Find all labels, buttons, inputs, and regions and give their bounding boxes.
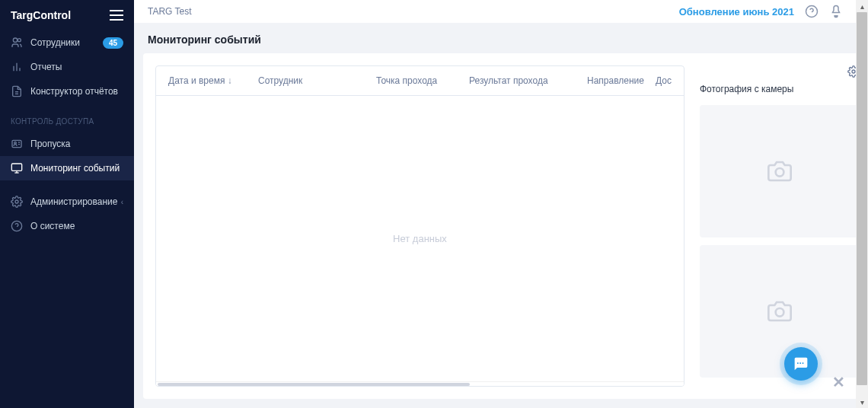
camera-icon (764, 159, 795, 183)
camera-placeholder-1 (700, 105, 860, 237)
badge-count: 45 (103, 37, 123, 49)
svg-point-8 (14, 142, 17, 144)
scrollbar-thumb[interactable] (857, 12, 867, 385)
sidebar-item-report-builder[interactable]: Конструктор отчётов (0, 79, 134, 104)
table-h-scrollbar[interactable] (156, 381, 684, 386)
table-header: Дата и время Сотрудник Точка прохода Рез… (156, 66, 684, 96)
sidebar-item-employees[interactable]: Сотрудники 45 (0, 30, 134, 55)
svg-point-20 (852, 70, 855, 73)
sidebar-item-label: Отчеты (30, 62, 62, 72)
svg-point-1 (18, 39, 21, 42)
svg-point-14 (15, 200, 18, 203)
help-circle-icon[interactable] (805, 5, 819, 18)
workspace-title: TARG Test (148, 6, 192, 17)
sidebar-section-access: КОНТРОЛЬ ДОСТУПА (0, 104, 134, 132)
chevron-left-icon: ‹ (121, 198, 123, 206)
scroll-down-icon[interactable]: ▾ (856, 396, 868, 408)
help-icon (11, 220, 23, 232)
page-title: Мониторинг событий (134, 23, 868, 53)
bar-chart-icon (11, 61, 23, 73)
file-icon (11, 85, 23, 97)
sidebar-item-label: О системе (30, 221, 75, 231)
sidebar-item-label: Конструктор отчётов (30, 86, 118, 97)
browser-scrollbar[interactable]: ▴ ▾ (856, 0, 868, 408)
sidebar-header: TargControl (0, 0, 134, 30)
users-icon (11, 37, 23, 49)
content-card: Дата и время Сотрудник Точка прохода Рез… (143, 53, 868, 399)
svg-point-22 (776, 308, 784, 317)
logo[interactable]: TargControl (11, 9, 71, 21)
gear-icon (11, 196, 23, 208)
sidebar-item-label: Пропуска (30, 139, 71, 149)
sidebar: TargControl Сотрудники 45 Отчеты Констру… (0, 0, 134, 408)
side-panel: Фотография с камеры (700, 65, 860, 387)
chat-fab[interactable] (784, 347, 818, 381)
sidebar-item-about[interactable]: О системе (0, 214, 134, 238)
update-link[interactable]: Обновление июнь 2021 (679, 6, 794, 18)
topbar: TARG Test Обновление июнь 2021 (134, 0, 868, 23)
camera-icon (764, 299, 795, 324)
camera-label: Фотография с камеры (700, 84, 860, 94)
sidebar-item-label: Администрирование (30, 196, 117, 207)
th-access[interactable]: Дос (649, 75, 678, 86)
close-icon[interactable]: ✕ (832, 373, 845, 391)
svg-rect-7 (12, 140, 21, 147)
th-employee[interactable]: Сотрудник (252, 75, 370, 86)
th-point[interactable]: Точка прохода (370, 75, 463, 86)
sidebar-item-label: Мониторинг событий (30, 163, 120, 174)
sidebar-item-passes[interactable]: Пропуска (0, 132, 134, 156)
svg-point-21 (776, 168, 784, 177)
main-area: TARG Test Обновление июнь 2021 Мониторин… (134, 0, 868, 408)
monitor-icon (11, 162, 23, 174)
th-direction[interactable]: Направление (581, 75, 649, 86)
bell-icon[interactable] (829, 5, 843, 18)
events-table: Дата и время Сотрудник Точка прохода Рез… (155, 65, 685, 387)
sidebar-item-administration[interactable]: Администрирование ‹ (0, 190, 134, 214)
svg-rect-11 (11, 164, 21, 171)
table-empty: Нет данных (156, 96, 684, 381)
svg-point-0 (13, 38, 17, 42)
sidebar-item-label: Сотрудники (30, 37, 80, 48)
camera-placeholder-2 (700, 245, 860, 378)
hamburger-icon[interactable] (110, 10, 123, 21)
th-datetime[interactable]: Дата и время (162, 75, 252, 86)
chat-icon (793, 356, 809, 371)
sidebar-item-monitoring[interactable]: Мониторинг событий (0, 156, 134, 180)
id-card-icon (11, 138, 23, 150)
th-result[interactable]: Результат прохода (463, 75, 581, 86)
scroll-up-icon[interactable]: ▴ (856, 0, 868, 12)
sidebar-item-reports[interactable]: Отчеты (0, 55, 134, 79)
